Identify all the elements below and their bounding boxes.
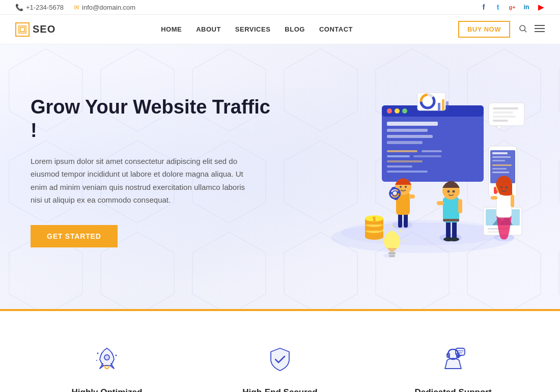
- svg-rect-18: [387, 150, 417, 152]
- feature-title-secured: High-End Secured: [209, 387, 351, 392]
- feature-icon-secured: [262, 342, 298, 377]
- twitter-link[interactable]: t: [494, 3, 502, 11]
- logo[interactable]: SEO: [15, 22, 55, 37]
- nav-links: HOME ABOUT SERVICES BLOG CONTACT: [161, 25, 353, 33]
- svg-rect-29: [492, 160, 505, 161]
- svg-rect-54: [442, 99, 444, 110]
- svg-rect-1: [20, 27, 24, 32]
- svg-rect-16: [387, 135, 433, 138]
- linkedin-link[interactable]: in: [522, 3, 530, 11]
- facebook-link[interactable]: f: [480, 3, 488, 11]
- hamburger-icon[interactable]: [535, 24, 545, 35]
- svg-point-81: [447, 190, 450, 193]
- svg-rect-100: [389, 255, 395, 257]
- svg-rect-14: [387, 122, 438, 126]
- svg-rect-20: [387, 155, 410, 157]
- feature-title-support: Dedicated Support: [382, 387, 524, 392]
- svg-point-64: [405, 186, 407, 188]
- svg-rect-67: [391, 186, 396, 190]
- svg-rect-99: [388, 252, 396, 255]
- svg-point-11: [387, 108, 392, 114]
- svg-rect-23: [387, 165, 412, 167]
- svg-rect-86: [511, 194, 514, 207]
- feature-icon-support: [435, 342, 471, 377]
- feature-card-secured: High-End Secured Suspendisse nisl elit r…: [209, 342, 351, 392]
- phone-number: +1-234-5678: [26, 4, 64, 11]
- search-icon[interactable]: [518, 24, 527, 35]
- nav-services[interactable]: SERVICES: [235, 25, 271, 33]
- svg-point-89: [506, 186, 508, 188]
- svg-point-82: [453, 190, 455, 193]
- youtube-link[interactable]: ▶: [537, 3, 545, 11]
- phone-info: 📞 +1-234-5678: [15, 4, 64, 11]
- features-section: Highly Optimized Curabitur ligula sapien…: [0, 311, 560, 392]
- svg-rect-43: [489, 103, 524, 126]
- feature-card-support: Dedicated Support Nunc egestas augue at …: [382, 342, 524, 392]
- shield-icon: [265, 344, 295, 375]
- get-started-button[interactable]: GET STARTED: [31, 225, 118, 247]
- svg-rect-85: [491, 196, 497, 200]
- svg-point-63: [400, 186, 402, 188]
- svg-rect-21: [413, 155, 441, 157]
- svg-point-12: [395, 108, 400, 114]
- svg-rect-24: [387, 171, 428, 173]
- svg-rect-77: [443, 219, 459, 221]
- svg-rect-17: [387, 141, 423, 144]
- svg-rect-61: [409, 194, 415, 199]
- hero-svg: 25: [316, 75, 529, 268]
- svg-point-13: [402, 108, 407, 114]
- svg-rect-48: [493, 120, 508, 122]
- svg-rect-76: [443, 197, 459, 222]
- logo-text: SEO: [33, 23, 55, 35]
- svg-rect-84: [496, 192, 512, 217]
- nav-contact[interactable]: CONTACT: [319, 25, 353, 33]
- svg-point-88: [500, 186, 502, 188]
- feature-title-optimized: Highly Optimized: [36, 387, 178, 392]
- svg-point-2: [520, 25, 525, 31]
- nav-home[interactable]: HOME: [161, 25, 182, 33]
- nav-right: BUY NOW: [458, 21, 545, 38]
- hero-illustration: 25: [316, 75, 529, 268]
- svg-rect-53: [438, 103, 440, 110]
- email-info: ✉ info@domain.com: [74, 4, 135, 11]
- svg-rect-32: [492, 172, 509, 173]
- googleplus-link[interactable]: g+: [508, 3, 516, 11]
- svg-rect-47: [493, 116, 516, 118]
- email-address: info@domain.com: [82, 4, 135, 11]
- hero-content: Grow Your Website Traffic ! Lorem ipsum …: [31, 96, 275, 247]
- svg-rect-59: [396, 192, 410, 215]
- svg-marker-114: [458, 355, 461, 358]
- email-icon: ✉: [74, 4, 79, 11]
- svg-rect-30: [492, 164, 512, 166]
- svg-rect-27: [492, 152, 508, 154]
- svg-rect-15: [387, 129, 428, 132]
- svg-point-106: [104, 355, 109, 360]
- svg-point-109: [96, 360, 97, 361]
- svg-rect-73: [452, 220, 457, 239]
- hero-section: Grow Your Website Traffic ! Lorem ipsum …: [0, 44, 560, 309]
- svg-rect-19: [422, 150, 442, 152]
- logo-box: [15, 22, 30, 37]
- svg-rect-113: [456, 348, 465, 355]
- nav-blog[interactable]: BLOG: [285, 25, 305, 33]
- svg-point-75: [449, 237, 459, 241]
- nav-about[interactable]: ABOUT: [196, 25, 221, 33]
- feature-card-optimized: Highly Optimized Curabitur ligula sapien…: [36, 342, 178, 392]
- svg-rect-46: [493, 111, 513, 114]
- svg-point-107: [97, 353, 99, 354]
- support-icon: [438, 344, 468, 375]
- topbar: 📞 +1-234-5678 ✉ info@domain.com f t g+ i…: [0, 0, 560, 15]
- svg-text:$: $: [373, 216, 376, 222]
- logo-icon: [18, 25, 26, 34]
- svg-rect-55: [446, 101, 449, 110]
- navbar: SEO HOME ABOUT SERVICES BLOG CONTACT BUY…: [0, 15, 560, 44]
- svg-point-108: [116, 355, 117, 356]
- hero-description: Lorem ipsum dolor sit amet consectetur a…: [31, 155, 255, 207]
- buy-now-button[interactable]: BUY NOW: [458, 21, 510, 38]
- svg-rect-72: [446, 220, 451, 239]
- svg-rect-28: [492, 156, 511, 158]
- svg-rect-22: [387, 160, 423, 162]
- hero-title: Grow Your Website Traffic !: [31, 96, 275, 142]
- feature-icon-optimized: [89, 342, 125, 377]
- svg-rect-78: [437, 201, 444, 205]
